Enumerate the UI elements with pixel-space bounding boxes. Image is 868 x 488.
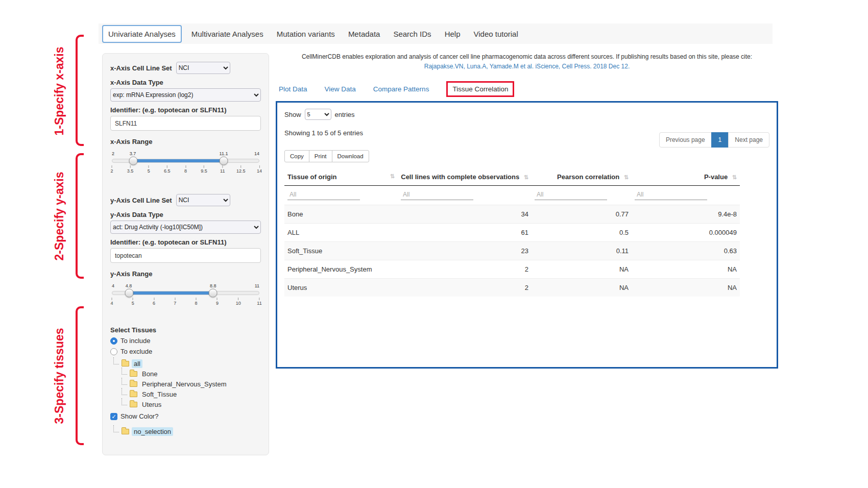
- previous-page-button[interactable]: Previous page: [659, 132, 712, 148]
- y-range-handle-high[interactable]: [208, 289, 217, 298]
- print-button[interactable]: Print: [309, 150, 332, 162]
- annotation-bracket-2: [76, 153, 84, 279]
- x-data-type-label: x-Axis Data Type: [110, 79, 261, 86]
- citation-link[interactable]: Rajapakse.VN, Luna.A, Yamade.M et al. iS…: [424, 63, 630, 70]
- sort-icon[interactable]: ⇅: [624, 174, 629, 180]
- header-pearson-correlation[interactable]: Pearson correlation ⇅: [532, 168, 632, 186]
- y-range-handle-low[interactable]: [125, 289, 133, 298]
- y-range-scale: 4 5 6 7 8 9 10 11: [112, 298, 259, 308]
- citation-text: CellMinerCDB enables exploration and ana…: [276, 52, 778, 62]
- table-row[interactable]: Peripheral_Nervous_System 2 NA NA: [284, 260, 740, 279]
- next-page-button[interactable]: Next page: [728, 132, 769, 148]
- sort-icon[interactable]: ⇅: [524, 174, 528, 180]
- y-range-slider[interactable]: 4 4.8 8.8 11 4 5 6 7 8 9 10 11: [112, 291, 259, 308]
- y-identifier-input[interactable]: [110, 248, 261, 263]
- header-cell-lines[interactable]: Cell lines with complete observations ⇅: [398, 168, 532, 186]
- cell-count: 2: [398, 279, 532, 297]
- nav-tab-video-tutorial[interactable]: Video tutorial: [467, 30, 524, 38]
- table-row[interactable]: Uterus 2 NA NA: [284, 279, 740, 297]
- tree-connector: [122, 388, 127, 395]
- header-label: P-value: [704, 173, 728, 181]
- tree-node-uterus-label[interactable]: Uterus: [140, 400, 163, 409]
- tree-connector: [113, 357, 119, 364]
- filter-tissue-of-origin[interactable]: [287, 189, 360, 200]
- x-range-max: 14: [254, 151, 259, 156]
- x-range-slider[interactable]: 2 3.7 11.1 14 2 3.5 5 6.5 8 9.5 11 12.5 …: [112, 159, 259, 176]
- page-1-button[interactable]: 1: [711, 132, 729, 148]
- cell-tissue: Soft_Tissue: [284, 242, 398, 260]
- to-include-radio[interactable]: To include: [110, 337, 261, 345]
- y-range-track[interactable]: [112, 291, 259, 295]
- page-length-select[interactable]: 5: [305, 109, 331, 120]
- tree-node-soft-tissue[interactable]: Soft_Tissue: [122, 389, 261, 399]
- y-range-fill: [129, 291, 213, 295]
- x-range-track[interactable]: [112, 159, 259, 163]
- folder-icon: [122, 429, 129, 434]
- table-row[interactable]: Soft_Tissue 23 0.11 0.63: [284, 242, 740, 260]
- x-cell-line-set-select[interactable]: NCI: [176, 62, 230, 74]
- annotation-step-1-label: 1-Specify x-axis: [53, 46, 67, 135]
- select-tissues-title: Select Tissues: [110, 326, 261, 334]
- cell-count: 61: [398, 224, 532, 242]
- cell-correlation: 0.77: [532, 205, 632, 224]
- tab-tissue-correlation[interactable]: Tissue Correlation: [446, 81, 514, 97]
- table-row[interactable]: ALL 61 0.5 0.000049: [284, 224, 740, 242]
- tree-node-bone-label[interactable]: Bone: [140, 370, 159, 378]
- y-cell-line-set-select[interactable]: NCI: [176, 194, 230, 206]
- tissue-tree: all Bone Peripheral_Nervous_System Soft_…: [113, 358, 261, 409]
- cell-correlation: 0.11: [532, 242, 632, 260]
- nav-tab-help[interactable]: Help: [438, 30, 467, 38]
- filter-p-value[interactable]: [635, 189, 707, 200]
- sort-icon[interactable]: ⇅: [732, 174, 737, 180]
- y-tick: 4: [110, 301, 113, 306]
- header-p-value[interactable]: P-value ⇅: [632, 168, 740, 186]
- tree-node-soft-tissue-label[interactable]: Soft_Tissue: [140, 390, 179, 399]
- y-tick: 9: [216, 301, 219, 306]
- cell-count: 2: [398, 260, 532, 279]
- tree-node-all-label[interactable]: all: [132, 359, 142, 368]
- nav-tab-metadata[interactable]: Metadata: [342, 30, 387, 38]
- annotation-step-3-label: 3-Specify tissues: [53, 328, 67, 424]
- nav-tab-univariate-analyses[interactable]: Univariate Analyses: [102, 25, 182, 43]
- y-range-max: 11: [255, 283, 259, 288]
- tree-node-no-selection-label[interactable]: no_selection: [132, 427, 173, 436]
- tree-connector: [113, 425, 119, 432]
- y-data-type-select[interactable]: act: Drug Activity (-log10[IC50M]): [110, 221, 261, 234]
- table-row[interactable]: Bone 34 0.77 9.4e-8: [284, 205, 740, 224]
- x-identifier-input[interactable]: [110, 116, 261, 131]
- to-include-label: To include: [120, 337, 151, 345]
- nav-tab-multivariate-analyses[interactable]: Multivariate Analyses: [185, 30, 270, 38]
- header-tissue-of-origin[interactable]: Tissue of origin ⇅: [284, 168, 398, 186]
- cell-count: 34: [398, 205, 532, 224]
- x-tick: 11: [220, 168, 225, 174]
- tree-node-uterus[interactable]: Uterus: [122, 399, 261, 409]
- tree-node-peripheral-nervous-system-label[interactable]: Peripheral_Nervous_System: [140, 380, 228, 388]
- show-color-checkbox[interactable]: ✓ Show Color?: [110, 412, 261, 420]
- x-cell-line-set-label: x-Axis Cell Line Set: [110, 64, 172, 72]
- tree-node-no-selection[interactable]: no_selection: [113, 426, 261, 436]
- tree-node-peripheral-nervous-system[interactable]: Peripheral_Nervous_System: [122, 379, 261, 389]
- x-range-handle-low[interactable]: [129, 157, 137, 165]
- tree-node-bone[interactable]: Bone: [122, 369, 261, 379]
- main-content: CellMinerCDB enables exploration and ana…: [276, 52, 778, 369]
- y-tick: 10: [236, 301, 241, 306]
- nav-tab-search-ids[interactable]: Search IDs: [387, 30, 438, 38]
- tab-plot-data[interactable]: Plot Data: [279, 85, 307, 93]
- tree-node-all[interactable]: all: [113, 358, 261, 369]
- y-range-label: y-Axis Range: [110, 270, 261, 278]
- filter-pearson-correlation[interactable]: [535, 189, 607, 200]
- to-exclude-radio[interactable]: To exclude: [110, 348, 261, 355]
- x-data-type-select[interactable]: exp: mRNA Expression (log2): [110, 88, 261, 102]
- nav-tab-mutation-variants[interactable]: Mutation variants: [270, 30, 342, 38]
- copy-button[interactable]: Copy: [284, 150, 309, 162]
- cell-tissue: Bone: [284, 205, 398, 224]
- filter-cell-lines[interactable]: [401, 189, 473, 200]
- sort-icon[interactable]: ⇅: [390, 173, 395, 180]
- tab-view-data[interactable]: View Data: [325, 85, 356, 93]
- download-button[interactable]: Download: [332, 150, 369, 162]
- tab-compare-patterns[interactable]: Compare Patterns: [373, 85, 429, 93]
- checkbox-checked-icon: ✓: [110, 413, 117, 420]
- y-tick: 5: [132, 301, 134, 306]
- x-range-handle-high[interactable]: [219, 157, 228, 165]
- x-range-label: x-Axis Range: [110, 138, 261, 145]
